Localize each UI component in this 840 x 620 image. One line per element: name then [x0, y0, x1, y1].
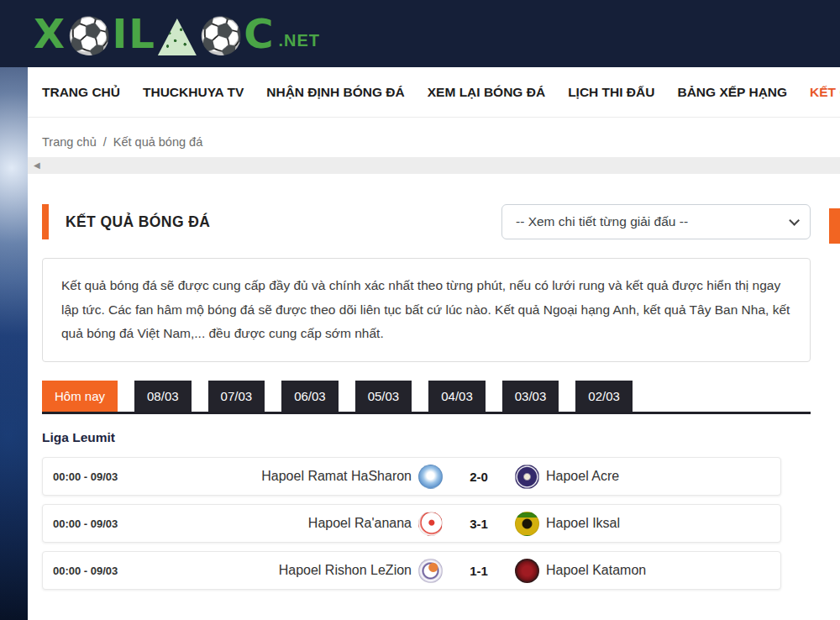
- team-logo-hapoel-raanana: [418, 512, 443, 536]
- horizontal-scroll-strip[interactable]: ◀: [28, 157, 840, 174]
- content-panel: TRANG CHỦ THUCKHUYA TV NHẬN ĐỊNH BÓNG ĐÁ…: [28, 67, 840, 620]
- nav-item-bang-xep-hang[interactable]: BẢNG XẾP HẠNG: [677, 85, 787, 100]
- page-title: KẾT QUẢ BÓNG ĐÁ: [66, 213, 210, 231]
- breadcrumb-current: Kết quả bóng đá: [113, 135, 202, 149]
- logo-text-part1: X: [34, 13, 66, 54]
- next-section-orange-accent: [829, 208, 840, 244]
- away-team-name[interactable]: Hapoel Iksal: [546, 516, 770, 531]
- away-team-name[interactable]: Hapoel Acre: [546, 469, 770, 484]
- match-time: 00:00 - 09/03: [53, 470, 187, 483]
- team-logo-hapoel-rishon-lezion: [418, 559, 443, 583]
- match-score: 2-0: [449, 470, 508, 484]
- football-icon: ⚽: [67, 18, 111, 54]
- date-tabs: Hôm nay 08/03 07/03 06/03 05/03 04/03 03…: [42, 381, 811, 414]
- match-score: 3-1: [449, 517, 508, 531]
- home-team-name[interactable]: Hapoel Rishon LeZion: [187, 563, 412, 578]
- tab-04-03[interactable]: 04/03: [428, 381, 486, 412]
- logo-text-part3: C: [244, 13, 275, 54]
- nav-item-lich-thi-dau[interactable]: LỊCH THI ĐẤU: [568, 85, 654, 100]
- team-logo-hapoel-ramat-hasharon: [418, 465, 443, 489]
- logo-text-part2: IL: [112, 13, 155, 54]
- tab-hom-nay[interactable]: Hôm nay: [42, 381, 118, 412]
- nav-item-ket-qua[interactable]: KẾT QUẢ: [810, 85, 840, 100]
- nav-item-nhan-dinh[interactable]: NHẬN ĐỊNH BÓNG ĐÁ: [266, 85, 404, 100]
- section-header: KẾT QUẢ BÓNG ĐÁ -- Xem chi tiết từng giả…: [42, 204, 811, 239]
- top-header: X ⚽ IL ⚽ C .NET: [0, 0, 840, 67]
- nav-item-xem-lai[interactable]: XEM LẠI BÓNG ĐÁ: [428, 85, 545, 100]
- league-filter-selected-value: -- Xem chi tiết từng giải đấu --: [516, 214, 688, 229]
- home-team-name[interactable]: Hapoel Ra'anana: [187, 516, 412, 531]
- match-row[interactable]: 00:00 - 09/03 Hapoel Rishon LeZion 1-1 H…: [42, 551, 781, 590]
- scroll-left-arrow-icon[interactable]: ◀: [34, 161, 40, 170]
- site-logo[interactable]: X ⚽ IL ⚽ C .NET: [34, 13, 320, 54]
- tab-07-03[interactable]: 07/03: [208, 381, 265, 412]
- breadcrumb-separator: /: [103, 135, 107, 149]
- match-row[interactable]: 00:00 - 09/03 Hapoel Ramat HaSharon 2-0 …: [42, 457, 781, 496]
- match-row[interactable]: 00:00 - 09/03 Hapoel Ra'anana 3-1 Hapoel…: [42, 504, 781, 543]
- tab-08-03[interactable]: 08/03: [134, 381, 192, 412]
- rice-mound-icon: [158, 18, 197, 55]
- home-team-name[interactable]: Hapoel Ramat HaSharon: [187, 469, 412, 484]
- breadcrumb: Trang chủ / Kết quả bóng đá: [28, 118, 840, 157]
- nav-item-thuckhuya-tv[interactable]: THUCKHUYA TV: [143, 85, 244, 100]
- match-score: 1-1: [449, 564, 508, 578]
- logo-domain-suffix: .NET: [279, 31, 321, 54]
- nav-item-trang-chu[interactable]: TRANG CHỦ: [42, 85, 120, 100]
- team-logo-hapoel-iksal: [515, 512, 539, 536]
- team-logo-hapoel-acre: [515, 465, 539, 489]
- orange-accent-bar: [42, 204, 49, 239]
- tab-03-03[interactable]: 03/03: [502, 381, 559, 412]
- league-name: Liga Leumit: [42, 430, 811, 445]
- tab-06-03[interactable]: 06/03: [281, 381, 339, 412]
- breadcrumb-home[interactable]: Trang chủ: [42, 135, 97, 149]
- league-filter-select[interactable]: -- Xem chi tiết từng giải đấu --: [501, 204, 811, 239]
- away-team-name[interactable]: Hapoel Katamon: [546, 563, 770, 578]
- match-time: 00:00 - 09/03: [53, 518, 187, 530]
- tab-02-03[interactable]: 02/03: [575, 381, 633, 412]
- main-navigation: TRANG CHỦ THUCKHUYA TV NHẬN ĐỊNH BÓNG ĐÁ…: [28, 67, 840, 118]
- chevron-down-icon: [789, 215, 800, 226]
- match-time: 00:00 - 09/03: [53, 565, 187, 577]
- tab-05-03[interactable]: 05/03: [355, 381, 412, 412]
- description-box: Kết quả bóng đá sẽ được cung cấp đầy đủ …: [42, 258, 811, 362]
- team-logo-hapoel-katamon: [515, 559, 539, 583]
- football-icon: ⚽: [199, 18, 243, 54]
- description-text: Kết quả bóng đá sẽ được cung cấp đầy đủ …: [61, 278, 790, 340]
